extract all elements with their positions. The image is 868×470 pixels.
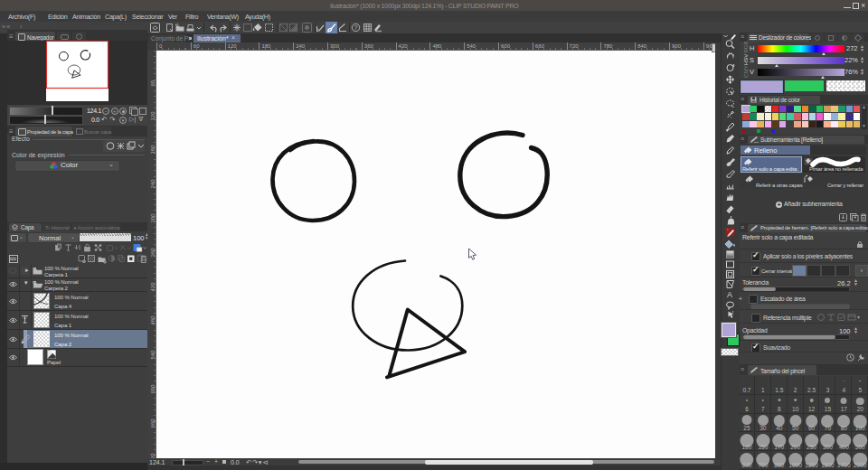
svg-text:?: ? [354, 24, 358, 31]
svg-text:A: A [727, 290, 732, 299]
